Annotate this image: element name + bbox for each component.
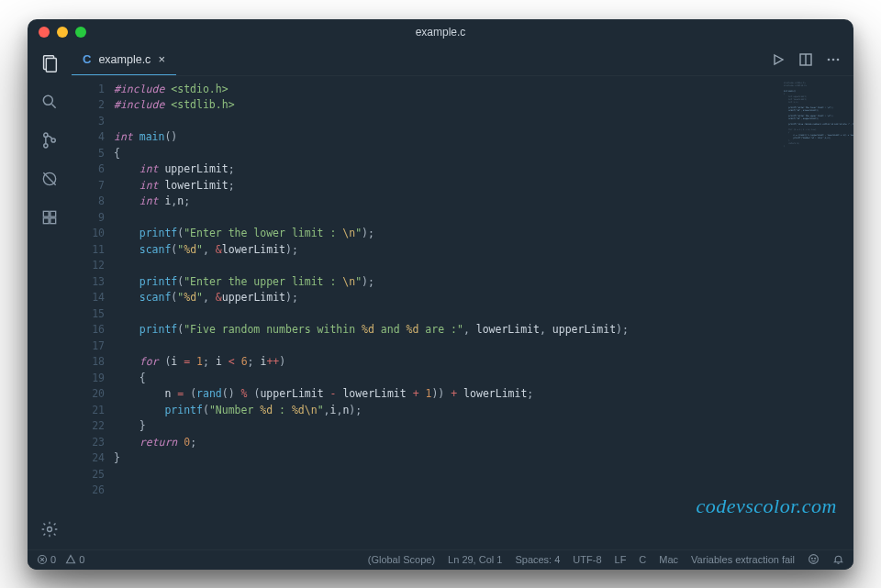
status-errors[interactable]: 0 xyxy=(37,554,56,565)
svg-point-4 xyxy=(44,133,48,137)
split-editor-icon[interactable] xyxy=(798,52,813,67)
svg-point-5 xyxy=(44,143,48,147)
status-eol[interactable]: LF xyxy=(615,554,627,565)
zoom-window-button[interactable] xyxy=(75,27,86,38)
status-cursor[interactable]: Ln 29, Col 1 xyxy=(448,554,502,565)
svg-point-24 xyxy=(811,558,812,559)
code-content[interactable]: #include <stdio.h>#include <stdlib.h> in… xyxy=(114,76,780,549)
status-message[interactable]: Variables extraction fail xyxy=(691,554,795,565)
svg-rect-12 xyxy=(50,217,56,223)
svg-rect-10 xyxy=(50,211,56,216)
main-area: C example.c × 12345678910111213141516171… xyxy=(28,45,853,549)
search-icon[interactable] xyxy=(39,91,61,113)
editor-window: example.c xyxy=(28,19,853,570)
svg-point-19 xyxy=(837,59,840,61)
more-actions-icon[interactable] xyxy=(826,52,841,67)
status-os[interactable]: Mac xyxy=(659,554,678,565)
titlebar: example.c xyxy=(28,19,853,45)
explorer-icon[interactable] xyxy=(39,52,61,74)
tab-label: example.c xyxy=(98,53,151,66)
status-encoding[interactable]: UTF-8 xyxy=(573,554,601,565)
svg-point-18 xyxy=(832,59,835,61)
svg-point-25 xyxy=(815,558,816,559)
editor-body[interactable]: 1234567891011121314151617181920212223242… xyxy=(72,76,853,549)
status-scope[interactable]: (Global Scope) xyxy=(368,554,435,565)
line-number-gutter: 1234567891011121314151617181920212223242… xyxy=(72,76,114,549)
svg-point-23 xyxy=(809,554,819,563)
traffic-lights xyxy=(39,27,86,38)
svg-point-13 xyxy=(48,527,52,531)
language-badge: C xyxy=(83,52,91,66)
minimize-window-button[interactable] xyxy=(57,27,68,38)
tab-bar: C example.c × xyxy=(72,45,853,76)
activity-bar xyxy=(28,45,72,549)
close-tab-icon[interactable]: × xyxy=(158,52,165,66)
status-language[interactable]: C xyxy=(639,554,646,565)
status-indentation[interactable]: Spaces: 4 xyxy=(515,554,560,565)
minimap[interactable]: #include <stdio.h>#include <stdlib.h> in… xyxy=(780,76,853,549)
close-window-button[interactable] xyxy=(39,27,50,38)
svg-line-3 xyxy=(52,104,56,107)
editor-actions xyxy=(771,45,853,75)
svg-rect-1 xyxy=(46,58,56,72)
notifications-bell-icon[interactable] xyxy=(832,553,844,567)
editor-area: C example.c × 12345678910111213141516171… xyxy=(72,45,853,549)
window-title: example.c xyxy=(28,26,853,39)
settings-gear-icon[interactable] xyxy=(39,518,61,540)
tab-example-c[interactable]: C example.c × xyxy=(72,45,176,75)
status-warnings[interactable]: 0 xyxy=(65,554,84,565)
run-icon[interactable] xyxy=(771,52,786,67)
status-bar: 0 0 (Global Scope) Ln 29, Col 1 Spaces: … xyxy=(28,549,853,570)
feedback-icon[interactable] xyxy=(808,553,820,567)
debug-icon[interactable] xyxy=(39,168,61,190)
svg-marker-14 xyxy=(775,55,783,64)
svg-point-17 xyxy=(828,59,831,61)
svg-rect-9 xyxy=(43,211,49,216)
svg-rect-11 xyxy=(43,217,49,223)
extensions-icon[interactable] xyxy=(39,206,61,228)
source-control-icon[interactable] xyxy=(39,129,61,151)
svg-point-2 xyxy=(43,95,52,105)
